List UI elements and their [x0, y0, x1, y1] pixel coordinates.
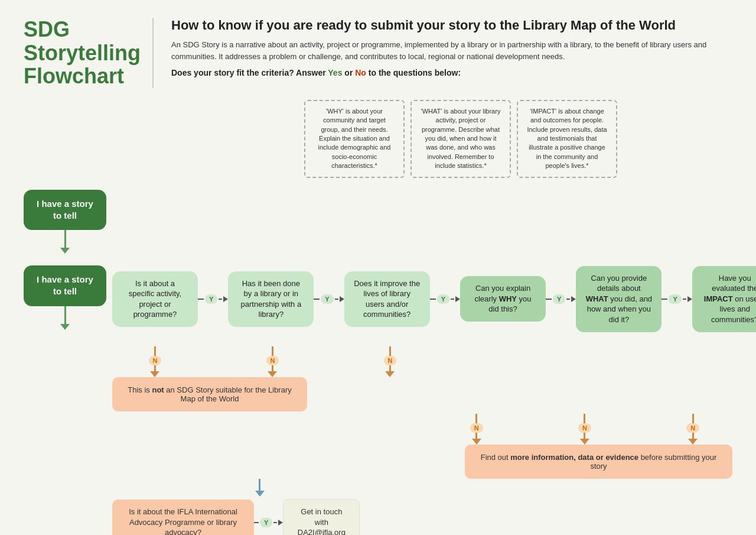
main-container: SDG Storytelling Flowchart How to know i…: [0, 0, 756, 535]
q3-node: Does it improve the lives of library use…: [344, 271, 430, 327]
y1-label: Y: [205, 294, 217, 304]
n1-label: N: [149, 356, 162, 365]
main-title: How to know if you are ready to submit y…: [171, 18, 732, 33]
y4-arrow: Y: [546, 294, 576, 304]
start-down-arrow: [60, 230, 70, 254]
n6-label: N: [686, 423, 699, 433]
top-question-row: Is it about a specific activity, project…: [112, 254, 732, 344]
main-flow-row: I have a story to tell: [24, 190, 732, 254]
y-advocacy-arrow: Y: [254, 518, 283, 527]
advocacy-row: Is it about the IFLA International Advoc…: [112, 499, 360, 535]
info-box-impact: 'IMPACT' is about change and outcomes fo…: [517, 100, 617, 178]
y3-arrow: Y: [430, 294, 460, 304]
info-boxes: 'WHY' is about your community and target…: [189, 100, 732, 178]
q5-col: Can you provide details about WHAT you d…: [576, 266, 662, 332]
q4-text: Can you explain clearly WHY you did this…: [474, 284, 531, 313]
y1-arrow: Y: [198, 294, 228, 304]
q3-col: Does it improve the lives of library use…: [344, 271, 430, 327]
y5-label: Y: [669, 294, 681, 304]
right-header: How to know if you are ready to submit y…: [154, 18, 732, 88]
criteria-question: Does your story fit the criteria? Answer…: [171, 68, 732, 77]
y2-label: Y: [321, 294, 333, 304]
y2-arrow: Y: [314, 294, 344, 304]
q4-node: Can you explain clearly WHY you did this…: [460, 276, 546, 322]
n4-arrow: N: [470, 414, 483, 445]
not-suitable-node: This is not an SDG Story suitable for th…: [112, 377, 307, 411]
y3-label: Y: [437, 294, 449, 304]
info-box-why: 'WHY' is about your community and target…: [304, 100, 405, 178]
not-suitable-row: This is not an SDG Story suitable for th…: [112, 377, 732, 411]
q1-col: Is it about a specific activity, project…: [112, 271, 198, 327]
n456-labels-row: N N: [112, 414, 732, 445]
n-labels-row: N N: [112, 346, 732, 377]
n1-col: N: [112, 346, 198, 377]
n3-arrow: N: [384, 346, 397, 377]
y-advocacy-label: Y: [260, 518, 272, 527]
sdg-title: SDG Storytelling Flowchart: [24, 18, 141, 88]
flow-container: Is it about a specific activity, project…: [24, 254, 732, 535]
start-node-abs: I have a story to tell: [24, 265, 106, 306]
find-out-row: Find out more information, data or evide…: [112, 445, 732, 479]
n2-label: N: [266, 356, 279, 365]
advocacy-left: Is it about the IFLA International Advoc…: [112, 479, 360, 535]
info-box-what: 'WHAT' is about your library activity, p…: [410, 100, 511, 178]
n6-col: N: [653, 414, 732, 445]
down-to-advocacy: [159, 479, 360, 497]
header-area: SDG Storytelling Flowchart How to know i…: [0, 0, 756, 100]
contact-node: Get in touch with DA2I@ifla.org: [283, 499, 360, 535]
n3-col: N: [347, 346, 433, 377]
y5-arrow: Y: [662, 294, 692, 304]
flowchart-wrapper: I have a story to tell: [24, 190, 732, 535]
q6-col: Have you evaluated the IMPACT on users' …: [692, 266, 756, 332]
start-absolute: I have a story to tell: [24, 254, 106, 330]
q2-col: Has it been done by a library or in part…: [228, 271, 314, 327]
advocacy-node: Is it about the IFLA International Advoc…: [112, 500, 254, 535]
find-out-node: Find out more information, data or evide…: [465, 445, 732, 479]
n1-arrow: N: [149, 346, 162, 377]
q2-node: Has it been done by a library or in part…: [228, 271, 314, 327]
q6-text: Have you evaluated the IMPACT on users' …: [704, 274, 756, 324]
n5-col: N: [545, 414, 624, 445]
advocacy-section: Is it about the IFLA International Advoc…: [112, 479, 732, 535]
n4-col: N: [437, 414, 516, 445]
n3-label: N: [384, 356, 397, 365]
q6-node: Have you evaluated the IMPACT on users' …: [692, 266, 756, 332]
y4-label: Y: [553, 294, 565, 304]
q5-text: Can you provide details about WHAT you d…: [586, 274, 652, 324]
left-header: SDG Storytelling Flowchart: [24, 18, 154, 88]
n2-col: N: [230, 346, 315, 377]
n6-arrow: N: [686, 414, 699, 445]
start-col: I have a story to tell: [24, 190, 106, 254]
description: An SDG Story is a narrative about an act…: [171, 39, 732, 62]
q5-node: Can you provide details about WHAT you d…: [576, 266, 662, 332]
n4-label: N: [470, 423, 483, 433]
n5-arrow: N: [578, 414, 591, 445]
n5-label: N: [578, 423, 591, 433]
start-node: I have a story to tell: [24, 190, 106, 231]
green-arrow-down: [60, 306, 70, 330]
n2-arrow: N: [266, 346, 279, 377]
q1-node: Is it about a specific activity, project…: [112, 271, 198, 327]
q4-col: Can you explain clearly WHY you did this…: [460, 276, 546, 322]
flowchart-area: 'WHY' is about your community and target…: [0, 100, 756, 535]
